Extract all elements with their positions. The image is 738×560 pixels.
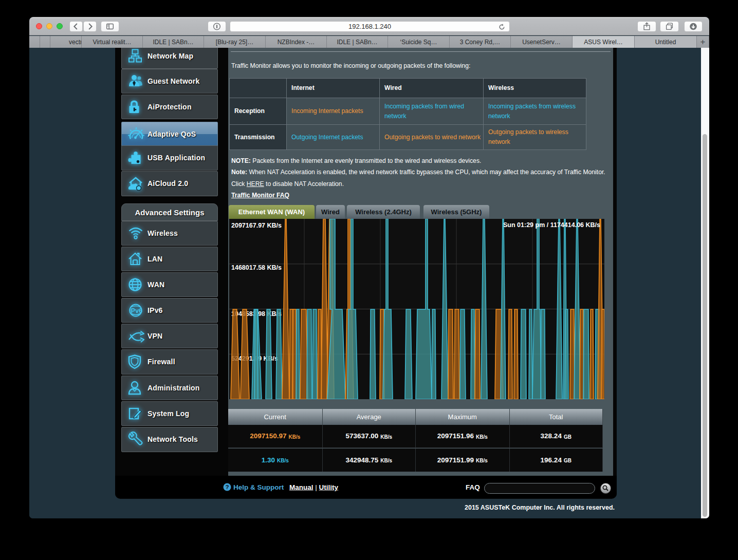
svg-text:2097167.97 KB/s: 2097167.97 KB/s [231, 221, 282, 229]
svg-text:1468017.58 KB/s: 1468017.58 KB/s [231, 264, 282, 271]
svg-text:?: ? [225, 484, 229, 490]
svg-text:IPv6: IPv6 [129, 307, 142, 314]
